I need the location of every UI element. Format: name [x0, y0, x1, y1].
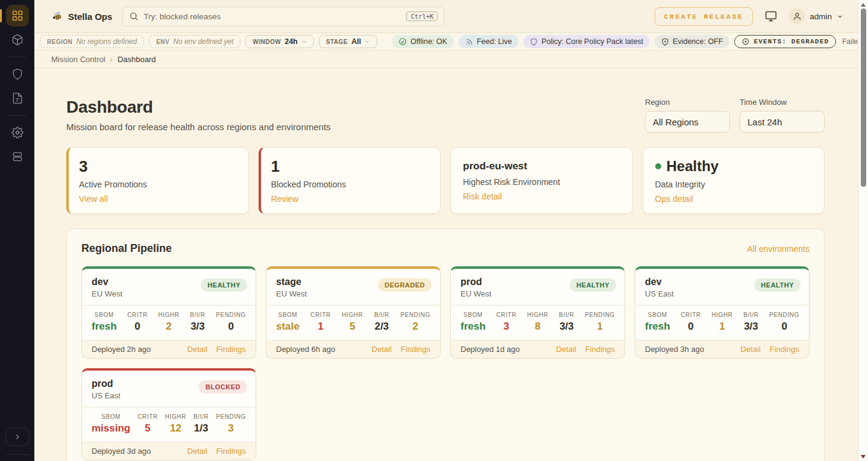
- stage-filter-pill[interactable]: STAGE All: [319, 35, 377, 48]
- evidence-status-text: Evidence: OFF: [673, 37, 723, 46]
- stat-label-bir: B/I/R: [193, 413, 209, 420]
- blocked-promotions-card: 1 Blocked Promotions Review: [259, 147, 441, 214]
- deployed-text: Deployed 6h ago: [276, 345, 335, 354]
- findings-link[interactable]: Findings: [770, 345, 799, 354]
- time-window-select-label: Time Window: [740, 98, 825, 107]
- findings-link[interactable]: Findings: [401, 345, 430, 354]
- all-environments-link[interactable]: All environments: [747, 244, 810, 254]
- data-integrity-card: Healthy Data Integrity Ops detail: [643, 147, 825, 214]
- sidebar-item-documents[interactable]: [6, 87, 29, 109]
- sidebar: [0, 0, 34, 461]
- stat-label-bir: B/I/R: [743, 312, 758, 318]
- stat-value-bir: 2/3: [374, 321, 389, 333]
- stat-label-sbom: SBOM: [92, 413, 130, 420]
- status-badge: BLOCKED: [199, 380, 247, 394]
- feed-status-pill[interactable]: Feed: Live: [459, 35, 518, 48]
- display-mode-button[interactable]: [765, 10, 777, 22]
- pipeline-card-stage-eu-west: stage EU West DEGRADED SBOMstale CRITR1 …: [266, 266, 441, 359]
- stat-value-bir: 3/3: [559, 321, 574, 333]
- app-name: Stella Ops: [68, 11, 112, 22]
- stat-label-pending: PENDING: [216, 312, 246, 318]
- status-badge: HEALTHY: [754, 278, 800, 292]
- regional-pipeline-title: Regional Pipeline: [81, 242, 172, 255]
- policy-status-pill[interactable]: Policy: Core Policy Pack latest: [523, 35, 650, 48]
- stat-label-critr: CRITR: [681, 312, 701, 318]
- stat-value-sbom: fresh: [645, 321, 670, 333]
- scrollbar-thumb[interactable]: [861, 8, 866, 187]
- findings-link[interactable]: Findings: [216, 447, 246, 456]
- chevron-right-icon: [13, 433, 22, 441]
- window-filter-pill[interactable]: WINDOW 24h: [245, 35, 313, 48]
- scroll-up-arrow[interactable]: [861, 3, 866, 7]
- stat-value-critr: 0: [127, 321, 148, 333]
- region-filter-pill[interactable]: REGION No regions defined: [40, 35, 144, 48]
- stat-value-pending: 0: [216, 321, 246, 333]
- findings-link[interactable]: Findings: [216, 345, 246, 354]
- chevron-down-icon: [837, 13, 843, 20]
- create-release-button[interactable]: CREATE RELEASE: [655, 7, 753, 26]
- detail-link[interactable]: Detail: [187, 345, 207, 354]
- stat-label-bir: B/I/R: [190, 312, 205, 318]
- pipeline-card-dev-us-east: dev US East HEALTHY SBOMfresh CRITR0 HIG…: [635, 266, 810, 359]
- stat-label-highr: HIGHR: [342, 312, 363, 318]
- view-all-link[interactable]: View all: [79, 194, 108, 204]
- global-filter-bar: REGION No regions defined ENV No env def…: [34, 33, 858, 51]
- events-status-pill[interactable]: EVENTS: DEGRADED: [734, 35, 836, 48]
- sidebar-divider: [5, 454, 30, 455]
- sidebar-item-releases[interactable]: [6, 29, 29, 51]
- healthy-dot: [655, 163, 661, 169]
- page-scrollbar[interactable]: [858, 0, 868, 461]
- detail-link[interactable]: Detail: [372, 345, 392, 354]
- offline-status-pill[interactable]: Offline: OK: [392, 35, 454, 48]
- scroll-down-arrow[interactable]: [861, 455, 866, 459]
- evidence-status-pill[interactable]: Evidence: OFF: [655, 35, 729, 48]
- events-status-text: EVENTS: DEGRADED: [753, 38, 829, 45]
- deployed-text: Deployed 1d ago: [461, 345, 520, 354]
- stat-label-bir: B/I/R: [559, 312, 574, 318]
- global-search[interactable]: Ctrl+K: [122, 7, 444, 27]
- stat-label-pending: PENDING: [585, 312, 615, 318]
- status-badge: DEGRADED: [378, 278, 432, 292]
- time-window-select[interactable]: Last 24h: [740, 111, 825, 133]
- stat-value-critr: 5: [137, 422, 158, 434]
- stat-label-highr: HIGHR: [527, 312, 548, 318]
- user-name: admin: [810, 12, 832, 21]
- ops-detail-link[interactable]: Ops detail: [655, 194, 693, 204]
- sidebar-divider: [8, 57, 27, 57]
- search-input[interactable]: [143, 12, 401, 21]
- detail-link[interactable]: Detail: [741, 345, 761, 354]
- region-filter-label: REGION: [47, 39, 72, 45]
- active-promotions-label: Active Promotions: [79, 180, 236, 189]
- stat-value-bir: 3/3: [743, 321, 758, 333]
- risk-detail-link[interactable]: Risk detail: [463, 192, 502, 201]
- detail-link[interactable]: Detail: [556, 345, 576, 354]
- env-filter-pill[interactable]: ENV No env defined yet: [149, 35, 241, 48]
- user-menu[interactable]: admin: [789, 8, 843, 24]
- review-link[interactable]: Review: [271, 194, 299, 204]
- window-filter-label: WINDOW: [253, 39, 281, 45]
- stat-value-pending: 3: [216, 422, 246, 434]
- stat-value-highr: 1: [711, 321, 732, 333]
- stat-label-highr: HIGHR: [158, 312, 179, 318]
- sidebar-collapse-button[interactable]: [5, 428, 30, 446]
- deployed-text: Deployed 3h ago: [645, 345, 704, 354]
- stat-label-bir: B/I/R: [374, 312, 389, 318]
- sidebar-item-infrastructure[interactable]: [6, 146, 29, 168]
- gear-icon: [11, 127, 24, 139]
- detail-link[interactable]: Detail: [187, 447, 207, 456]
- stat-value-critr: 0: [681, 321, 701, 333]
- findings-link[interactable]: Findings: [585, 345, 615, 354]
- stat-label-sbom: SBOM: [461, 312, 486, 318]
- check-circle-icon: [398, 37, 407, 46]
- page-subtitle: Mission board for release health across …: [66, 122, 331, 132]
- sidebar-item-dashboard[interactable]: [6, 5, 29, 27]
- stat-label-highr: HIGHR: [165, 413, 186, 420]
- window-filter-value: 24h: [285, 37, 298, 46]
- monitor-icon: [765, 10, 777, 22]
- region-select[interactable]: All Regions: [645, 111, 730, 133]
- sidebar-item-security[interactable]: [6, 63, 29, 85]
- breadcrumb-mission-control[interactable]: Mission Control: [51, 55, 105, 64]
- shield-icon: [11, 68, 24, 80]
- sidebar-item-settings[interactable]: [6, 122, 29, 143]
- region-filter-value: No regions defined: [76, 37, 137, 46]
